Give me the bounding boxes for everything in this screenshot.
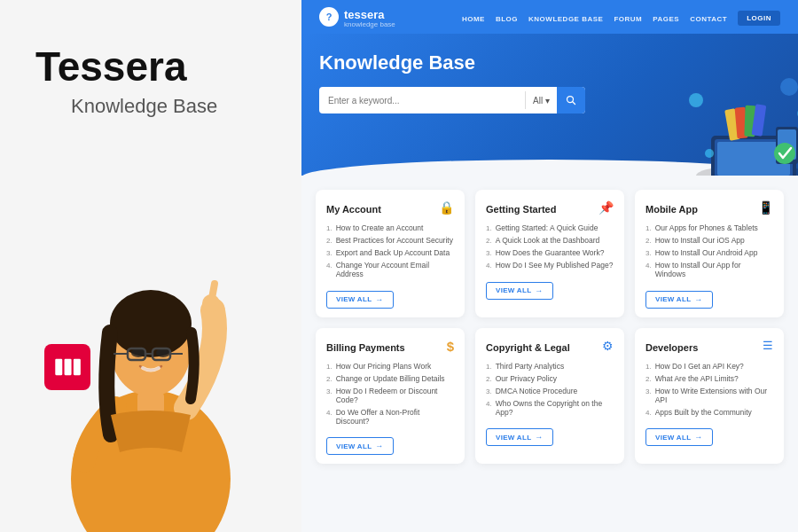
- list-item: How to Install Our Android App: [645, 246, 773, 259]
- bookmark-icon: 📌: [598, 200, 614, 215]
- svg-point-28: [689, 93, 703, 107]
- card-getting-started: 📌 Getting Started Getting Started: A Qui…: [475, 190, 624, 317]
- card-getting-started-title: Getting Started: [486, 204, 614, 215]
- list-item: What Are the API Limits?: [645, 372, 773, 385]
- lock-icon: 🔒: [439, 200, 454, 215]
- card-my-account-title: My Account: [326, 204, 454, 215]
- list-item: How to Create an Account: [326, 222, 454, 234]
- search-icon: [566, 95, 576, 106]
- view-all-mobile-app-button[interactable]: VIEW ALL: [645, 291, 713, 309]
- nav-login[interactable]: LOGIN: [738, 8, 780, 26]
- svg-line-16: [573, 102, 575, 105]
- view-all-getting-started-button[interactable]: VIEW ALL: [486, 282, 553, 300]
- list-item: How Do I See My Published Page?: [486, 259, 614, 271]
- list-item: Getting Started: A Quick Guide: [486, 222, 614, 234]
- search-button[interactable]: [557, 87, 585, 113]
- login-button[interactable]: LOGIN: [738, 11, 780, 26]
- svg-point-6: [110, 290, 192, 357]
- nav-pages[interactable]: PAGES: [653, 9, 679, 25]
- list-item: How Does the Guarantee Work?: [486, 246, 614, 259]
- settings-icon: ⚙: [602, 339, 614, 353]
- view-all-my-account-button[interactable]: VIEW ALL: [326, 291, 394, 309]
- elementor-badge: [44, 344, 90, 390]
- site-header: ? tessera knowledge base HOME BLOG KNOWL…: [301, 0, 798, 34]
- list-item: DMCA Notice Procedure: [486, 385, 614, 397]
- view-all-billing-button[interactable]: VIEW ALL: [326, 437, 394, 455]
- search-input[interactable]: [319, 96, 525, 106]
- list-item: How to Install Our App for Windows: [645, 259, 773, 280]
- list-item: How to Write Extensions with Our API: [645, 385, 773, 406]
- nav-menu: HOME BLOG KNOWLEDGE BASE FORUM PAGES CON…: [462, 8, 780, 26]
- card-developers-items: How Do I Get an API Key? What Are the AP…: [645, 360, 773, 419]
- dollar-icon: $: [447, 339, 454, 354]
- list-item: A Quick Look at the Dashboard: [486, 234, 614, 246]
- card-copyright-legal: ⚙ Copyright & Legal Third Party Analytic…: [475, 328, 624, 465]
- list-item: Our Apps for Phones & Tablets: [645, 222, 773, 234]
- list-item: How Our Pricing Plans Work: [326, 360, 454, 372]
- logo-name: tessera: [344, 8, 385, 21]
- hero-title: Knowledge Base: [319, 51, 780, 74]
- right-panel: ? tessera knowledge base HOME BLOG KNOWL…: [301, 0, 798, 532]
- svg-rect-1: [65, 359, 72, 375]
- card-copyright-title: Copyright & Legal: [486, 342, 614, 353]
- nav-home[interactable]: HOME: [462, 9, 485, 25]
- card-developers: ☰ Developers How Do I Get an API Key? Wh…: [635, 328, 784, 465]
- elementor-icon: [53, 353, 82, 381]
- nav-contact[interactable]: CONTACT: [690, 9, 727, 25]
- list-item: How Do I Redeem or Discount Code?: [326, 385, 454, 406]
- card-my-account-items: How to Create an Account Best Practices …: [326, 222, 454, 280]
- list-item: Change or Update Billing Details: [326, 372, 454, 385]
- card-mobile-app-title: Mobile App: [645, 204, 773, 215]
- hero-section: Knowledge Base All ▾: [301, 34, 798, 176]
- list-item: Export and Back Up Account Data: [326, 246, 454, 259]
- view-all-developers-button[interactable]: VIEW ALL: [645, 428, 713, 446]
- list-item: Who Owns the Copyright on the App?: [486, 397, 614, 419]
- card-mobile-app: 📱 Mobile App Our Apps for Phones & Table…: [635, 190, 784, 317]
- svg-point-31: [774, 143, 795, 164]
- list-item: How to Install Our iOS App: [645, 234, 773, 246]
- brand-title-area: Tessera Knowledge Base: [0, 0, 217, 118]
- list-item: Apps Built by the Community: [645, 406, 773, 419]
- logo-text-area: tessera knowledge base: [344, 6, 395, 28]
- card-getting-started-items: Getting Started: A Quick Guide A Quick L…: [486, 222, 614, 271]
- mobile-icon: 📱: [758, 200, 773, 215]
- card-billing-title: Billing Payments: [326, 342, 454, 353]
- card-mobile-app-items: Our Apps for Phones & Tablets How to Ins…: [645, 222, 773, 280]
- search-category[interactable]: All ▾: [526, 96, 557, 106]
- nav-forum[interactable]: FORUM: [614, 9, 642, 25]
- list-item: Best Practices for Account Security: [326, 234, 454, 246]
- view-all-copyright-button[interactable]: VIEW ALL: [486, 428, 553, 446]
- list-item: Do We Offer a Non-Profit Discount?: [326, 406, 454, 427]
- svg-point-30: [780, 78, 798, 96]
- list-item: Our Privacy Policy: [486, 372, 614, 385]
- svg-point-32: [705, 149, 714, 158]
- brand-subtitle: Knowledge Base: [35, 95, 217, 118]
- cards-grid: 🔒 My Account How to Create an Account Be…: [316, 190, 784, 464]
- search-bar: All ▾: [319, 87, 585, 113]
- content-area: 🔒 My Account How to Create an Account Be…: [301, 176, 798, 532]
- main-nav: HOME BLOG KNOWLEDGE BASE FORUM PAGES CON…: [462, 8, 780, 26]
- nav-knowledge-base[interactable]: KNOWLEDGE BASE: [528, 9, 603, 25]
- code-icon: ☰: [763, 339, 773, 352]
- left-panel: Tessera Knowledge Base: [0, 0, 301, 532]
- list-item: How Do I Get an API Key?: [645, 360, 773, 372]
- nav-blog[interactable]: BLOG: [496, 9, 518, 25]
- logo-sub: knowledge base: [344, 20, 395, 28]
- card-billing-items: How Our Pricing Plans Work Change or Upd…: [326, 360, 454, 427]
- brand-name: Tessera: [35, 44, 217, 90]
- card-my-account: 🔒 My Account How to Create an Account Be…: [316, 190, 465, 317]
- svg-rect-0: [55, 359, 62, 375]
- svg-rect-2: [74, 359, 81, 375]
- card-billing-payments: $ Billing Payments How Our Pricing Plans…: [316, 328, 465, 465]
- card-developers-title: Developers: [645, 342, 773, 353]
- logo-icon: ?: [319, 7, 339, 27]
- list-item: Change Your Account Email Address: [326, 259, 454, 280]
- list-item: Third Party Analytics: [486, 360, 614, 372]
- logo-area: ? tessera knowledge base: [319, 6, 395, 28]
- card-copyright-items: Third Party Analytics Our Privacy Policy…: [486, 360, 614, 419]
